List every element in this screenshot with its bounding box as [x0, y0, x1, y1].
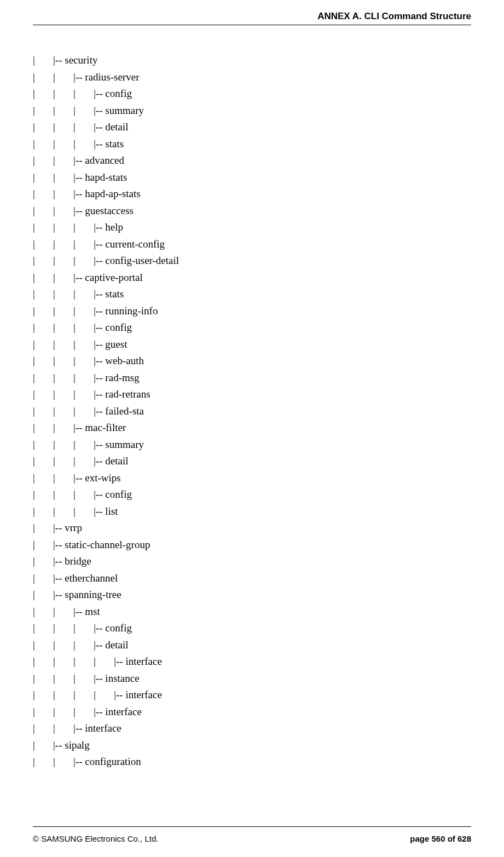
header-divider [33, 25, 471, 25]
footer-page-number: page 560 of 628 [410, 834, 471, 843]
page-header: ANNEX A. CLI Command Structure [317, 11, 471, 22]
cli-tree-content: | |-- security | | |-- radius-server | |… [33, 52, 471, 770]
footer-divider [33, 826, 471, 827]
footer-copyright: © SAMSUNG Electronics Co., Ltd. [33, 834, 158, 843]
